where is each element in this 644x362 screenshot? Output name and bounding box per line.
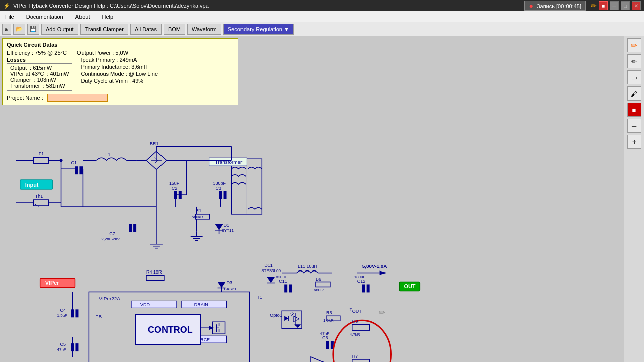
svg-rect-115 bbox=[284, 284, 287, 292]
svg-text:T: T bbox=[350, 307, 352, 312]
rec-label: Запись [00:00:45] bbox=[537, 3, 581, 9]
svg-text:VIPer: VIPer bbox=[45, 280, 60, 286]
secondary-reg-btn[interactable]: Secondary Regulation ▼ bbox=[223, 24, 294, 35]
svg-text:C5: C5 bbox=[60, 342, 66, 347]
svg-text:C4: C4 bbox=[60, 308, 66, 313]
info-panel: Quick Circuit Datas Efficiency : 75% @ 2… bbox=[2, 38, 238, 105]
transil-clamper-btn[interactable]: Transil Clamper bbox=[80, 24, 128, 35]
project-name-input[interactable] bbox=[47, 94, 108, 102]
all-datas-btn[interactable]: All Datas bbox=[130, 24, 162, 35]
loss-output-val: : 615mW bbox=[30, 65, 52, 71]
minus-btn[interactable]: ─ bbox=[627, 119, 641, 133]
menu-about[interactable]: About bbox=[72, 13, 93, 21]
loss-viper-val: : 401mW bbox=[47, 71, 69, 77]
rectangle-btn[interactable]: ▭ bbox=[627, 70, 641, 84]
menu-documentation[interactable]: Documentation bbox=[23, 13, 66, 21]
svg-text:1,5uF: 1,5uF bbox=[57, 313, 68, 318]
loss-clamper-label: Clamper bbox=[10, 77, 31, 83]
svg-text:CONTROL: CONTROL bbox=[148, 325, 193, 335]
inductance-label: Primary Inductance: 3,6mH bbox=[80, 64, 158, 70]
svg-text:B6: B6 bbox=[316, 277, 321, 282]
svg-text:VIPer22A: VIPer22A bbox=[99, 296, 120, 301]
red-fill-btn[interactable]: ■ bbox=[627, 103, 641, 117]
cont-mode-label: Continuous Mode : @ Low Line bbox=[80, 71, 158, 77]
svg-text:2,2nF-2kV: 2,2nF-2kV bbox=[101, 237, 120, 241]
menu-help[interactable]: Help bbox=[99, 13, 116, 21]
toolbar-icon-3[interactable]: 💾 bbox=[27, 24, 39, 35]
svg-text:BAS21: BAS21 bbox=[224, 287, 237, 291]
paint-btn[interactable]: 🖌 bbox=[627, 86, 641, 101]
svg-text:R4 10R: R4 10R bbox=[146, 269, 162, 275]
titlebar-controls: ● Запись [00:00:45] ✏ ■ ─ □ ✕ bbox=[524, 1, 641, 11]
svg-rect-122 bbox=[362, 284, 365, 292]
menu-file[interactable]: File bbox=[2, 13, 17, 21]
svg-rect-123 bbox=[367, 284, 370, 292]
loss-viper-label: VIPer at 43°C bbox=[10, 71, 44, 77]
svg-text:C12: C12 bbox=[357, 279, 365, 284]
svg-text:STPS3L60: STPS3L60 bbox=[261, 268, 281, 273]
toolbar-icon-1[interactable]: ⊞ bbox=[2, 24, 11, 35]
recording-badge: ● Запись [00:00:45] bbox=[524, 1, 586, 11]
svg-text:330pF: 330pF bbox=[213, 180, 226, 186]
toolbar-icon-2[interactable]: 📂 bbox=[13, 24, 25, 35]
titlebar-left: ⚡ VIPer Flyback Converter Design Help : … bbox=[3, 3, 209, 9]
svg-text:D11: D11 bbox=[264, 263, 272, 268]
toolbar: ⊞ 📂 💾 Add Output Transil Clamper All Dat… bbox=[0, 22, 644, 36]
svg-rect-141 bbox=[326, 341, 329, 349]
minimize-btn[interactable]: ─ bbox=[610, 1, 619, 10]
cross-btn[interactable]: ✛ bbox=[627, 135, 641, 149]
svg-text:820uF: 820uF bbox=[276, 275, 287, 279]
ipeak-label: Ipeak Primary : 249mA bbox=[80, 57, 158, 63]
svg-text:R8: R8 bbox=[352, 319, 358, 324]
schematic-panel: Quick Circuit Datas Efficiency : 75% @ 2… bbox=[0, 36, 624, 362]
record-stop-btn[interactable]: ■ bbox=[599, 1, 608, 10]
svg-text:C1: C1 bbox=[71, 160, 76, 165]
svg-text:L11 10uH: L11 10uH bbox=[298, 264, 317, 269]
app-icon: ⚡ bbox=[3, 3, 10, 9]
svg-text:R7: R7 bbox=[352, 354, 358, 359]
info-title: Quick Circuit Datas bbox=[7, 42, 234, 48]
svg-text:F1: F1 bbox=[39, 151, 44, 156]
svg-text:L1: L1 bbox=[105, 152, 110, 157]
svg-text:FB: FB bbox=[95, 314, 102, 319]
pencil-normal-btn[interactable]: ✏ bbox=[627, 54, 641, 68]
svg-rect-95 bbox=[75, 343, 78, 351]
svg-text:D1: D1 bbox=[224, 223, 229, 228]
title-text: VIPer Flyback Converter Design Help : C:… bbox=[13, 3, 209, 9]
svg-rect-116 bbox=[289, 284, 292, 292]
pencil-icon[interactable]: ✏ bbox=[591, 2, 597, 10]
loss-clamper-val: : 103mW bbox=[34, 77, 56, 83]
pencil-red-btn[interactable]: ✏ bbox=[627, 38, 641, 52]
svg-text:C6: C6 bbox=[322, 335, 328, 340]
bom-btn[interactable]: BOM bbox=[164, 24, 185, 35]
svg-rect-89 bbox=[75, 309, 78, 317]
svg-text:C11: C11 bbox=[279, 279, 287, 284]
svg-text:1,0kR: 1,0kR bbox=[323, 318, 334, 323]
maximize-btn[interactable]: □ bbox=[621, 1, 630, 10]
svg-text:OUT: OUT bbox=[352, 309, 362, 314]
rec-dot: ● bbox=[529, 2, 533, 10]
svg-text:5,00V-1,0A: 5,00V-1,0A bbox=[362, 263, 387, 269]
svg-rect-59 bbox=[129, 224, 132, 232]
svg-text:47nF: 47nF bbox=[57, 347, 66, 352]
loss-transformer-val: : 581mW bbox=[43, 83, 65, 89]
add-output-btn[interactable]: Add Output bbox=[41, 24, 78, 35]
svg-rect-13 bbox=[75, 166, 78, 174]
svg-text:VDD: VDD bbox=[140, 302, 150, 307]
project-name-label: Project Name : bbox=[7, 95, 43, 101]
svg-text:DRAIN: DRAIN bbox=[194, 302, 208, 307]
loss-transformer-label: Transformer bbox=[10, 83, 40, 89]
close-btn[interactable]: ✕ bbox=[632, 1, 641, 10]
svg-text:560kR: 560kR bbox=[192, 215, 203, 219]
menubar: File Documentation About Help bbox=[0, 11, 644, 22]
svg-text:✏: ✏ bbox=[379, 308, 386, 317]
svg-text:C7: C7 bbox=[109, 231, 115, 236]
svg-text:D3: D3 bbox=[227, 280, 232, 285]
dropdown-arrow: ▼ bbox=[284, 26, 289, 32]
svg-text:Th1: Th1 bbox=[35, 194, 43, 199]
svg-text:BR1: BR1 bbox=[150, 141, 158, 146]
svg-text:180uF: 180uF bbox=[354, 275, 366, 279]
svg-rect-14 bbox=[79, 166, 83, 174]
svg-text:680R: 680R bbox=[314, 288, 324, 292]
waveform-btn[interactable]: Waveform bbox=[187, 24, 221, 35]
